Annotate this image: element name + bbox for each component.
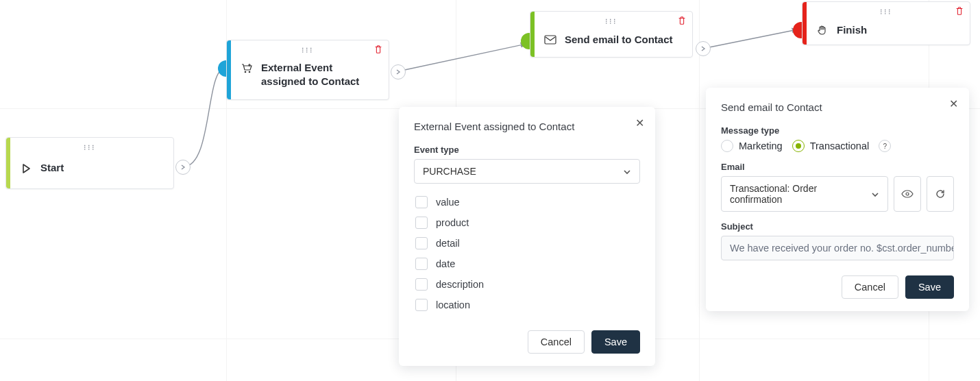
chevron-down-icon xyxy=(623,166,631,177)
close-icon[interactable]: ✕ xyxy=(635,118,644,129)
svg-point-3 xyxy=(906,193,909,195)
event-type-select[interactable]: PURCHASE xyxy=(414,159,640,184)
refresh-button[interactable] xyxy=(927,176,954,212)
preview-button[interactable] xyxy=(894,176,921,212)
node-finish[interactable]: ⁝⁝⁝ Finish xyxy=(802,1,970,45)
node-stripe xyxy=(530,12,535,57)
popup-external-event: External Event assigned to Contact ✕ Eve… xyxy=(399,107,655,366)
checkbox-icon[interactable] xyxy=(415,217,428,229)
close-icon[interactable]: ✕ xyxy=(949,99,958,110)
node-label: External Event assigned to Contact xyxy=(261,61,379,88)
output-port[interactable] xyxy=(175,160,191,175)
checkbox-icon[interactable] xyxy=(415,237,428,249)
trash-icon[interactable] xyxy=(677,16,687,28)
drag-handle-icon[interactable]: ⁝⁝⁝ xyxy=(302,46,314,55)
node-start[interactable]: ⁝⁝⁝ Start xyxy=(5,137,174,189)
workflow-canvas[interactable]: ⁝⁝⁝ Start ⁝⁝⁝ External Event assigned to… xyxy=(0,0,980,381)
save-button[interactable]: Save xyxy=(591,330,640,354)
eye-icon xyxy=(901,190,914,198)
subject-input[interactable]: We have received your order no. $cst.ord… xyxy=(721,236,954,260)
radio-transactional[interactable]: Transactional xyxy=(792,140,870,152)
checkbox-row[interactable]: product xyxy=(414,212,640,233)
event-type-value: PURCHASE xyxy=(423,166,476,177)
checkbox-row[interactable]: detail xyxy=(414,233,640,254)
popup-send-email: Send email to Contact ✕ Message type Mar… xyxy=(706,88,969,311)
email-template-value: Transactional: Order confirmation xyxy=(730,183,871,205)
trash-icon[interactable] xyxy=(373,45,383,57)
play-icon xyxy=(19,161,34,176)
chevron-down-icon xyxy=(871,188,879,199)
event-type-label: Event type xyxy=(414,145,640,155)
popup-title: Send email to Contact xyxy=(721,101,954,113)
event-fields-checklist: value product detail date description lo… xyxy=(414,192,640,315)
email-template-select[interactable]: Transactional: Order confirmation xyxy=(721,176,888,212)
checkbox-label: detail xyxy=(436,238,460,249)
radio-icon xyxy=(721,140,733,152)
svg-rect-2 xyxy=(545,36,556,44)
checkbox-label: location xyxy=(436,299,470,310)
checkbox-icon[interactable] xyxy=(415,278,428,291)
radio-label: Transactional xyxy=(810,140,870,151)
node-label: Start xyxy=(40,161,64,175)
node-external-event[interactable]: ⁝⁝⁝ External Event assigned to Contact xyxy=(226,40,389,100)
node-stripe xyxy=(227,40,231,99)
output-port[interactable] xyxy=(391,64,406,79)
cart-event-icon xyxy=(239,61,254,76)
save-button[interactable]: Save xyxy=(905,275,954,299)
message-type-radios: Marketing Transactional ? xyxy=(721,140,954,152)
checkbox-row[interactable]: description xyxy=(414,274,640,295)
drag-handle-icon[interactable]: ⁝⁝⁝ xyxy=(605,17,617,26)
node-send-email[interactable]: ⁝⁝⁝ Send email to Contact xyxy=(530,11,693,58)
node-label: Send email to Contact xyxy=(565,33,673,47)
checkbox-icon[interactable] xyxy=(415,299,428,311)
message-type-label: Message type xyxy=(721,125,954,136)
checkbox-label: value xyxy=(436,197,460,208)
checkbox-label: description xyxy=(436,279,484,290)
checkbox-icon[interactable] xyxy=(415,258,428,270)
svg-point-0 xyxy=(245,71,247,73)
node-label: Finish xyxy=(837,23,867,37)
svg-point-1 xyxy=(249,71,251,73)
subject-label: Subject xyxy=(721,221,954,232)
drag-handle-icon[interactable]: ⁝⁝⁝ xyxy=(880,8,892,16)
checkbox-label: date xyxy=(436,258,455,269)
help-icon[interactable]: ? xyxy=(879,140,891,152)
popup-title: External Event assigned to Contact xyxy=(414,121,640,132)
radio-label: Marketing xyxy=(739,140,783,151)
hand-stop-icon xyxy=(815,23,830,38)
trash-icon[interactable] xyxy=(955,6,964,19)
checkbox-row[interactable]: date xyxy=(414,254,640,274)
checkbox-row[interactable]: value xyxy=(414,192,640,212)
cancel-button[interactable]: Cancel xyxy=(842,275,898,299)
node-stripe xyxy=(6,138,10,188)
checkbox-label: product xyxy=(436,217,469,228)
mail-icon xyxy=(543,32,558,47)
checkbox-icon[interactable] xyxy=(415,196,428,208)
checkbox-row[interactable]: location xyxy=(414,295,640,315)
cancel-button[interactable]: Cancel xyxy=(528,330,585,354)
email-label: Email xyxy=(721,162,954,172)
node-stripe xyxy=(803,2,807,45)
output-port[interactable] xyxy=(696,41,711,56)
drag-handle-icon[interactable]: ⁝⁝⁝ xyxy=(84,143,96,152)
radio-icon xyxy=(792,140,805,152)
refresh-icon xyxy=(935,188,946,199)
radio-marketing[interactable]: Marketing xyxy=(721,140,783,152)
